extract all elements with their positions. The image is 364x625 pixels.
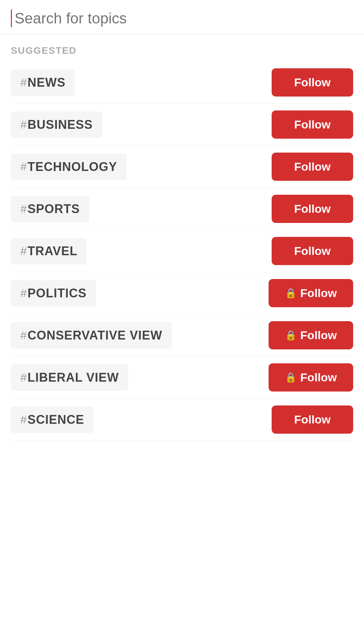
topic-tag-business: #BUSINESS <box>11 111 102 138</box>
topic-item-business: #BUSINESSFollow <box>11 104 353 146</box>
hash-symbol: # <box>20 371 27 384</box>
topic-name-liberal-view: LIBERAL VIEW <box>28 370 119 385</box>
follow-button-liberal-view[interactable]: 🔒Follow <box>269 363 353 392</box>
topic-tag-technology: #TECHNOLOGY <box>11 154 127 180</box>
topic-name-business: BUSINESS <box>28 118 93 132</box>
hash-symbol: # <box>20 287 27 300</box>
search-cursor <box>11 10 12 27</box>
topic-name-sports: SPORTS <box>28 202 80 216</box>
lock-icon: 🔒 <box>285 330 297 341</box>
hash-symbol: # <box>20 244 27 258</box>
topic-item-news: #NEWSFollow <box>11 62 353 104</box>
hash-symbol: # <box>20 76 27 89</box>
follow-button-news[interactable]: Follow <box>272 68 353 97</box>
follow-button-science[interactable]: Follow <box>272 405 353 434</box>
topic-tag-science: #SCIENCE <box>11 406 94 433</box>
topic-item-travel: #TRAVELFollow <box>11 230 353 272</box>
follow-button-technology[interactable]: Follow <box>272 153 353 181</box>
topic-name-science: SCIENCE <box>28 413 84 427</box>
topic-item-politics: #POLITICS🔒Follow <box>11 272 353 314</box>
follow-label: Follow <box>300 371 337 384</box>
topic-tag-conservative-view: #CONSERVATIVE VIEW <box>11 322 172 349</box>
topic-item-science: #SCIENCEFollow <box>11 399 353 441</box>
follow-label: Follow <box>294 76 331 89</box>
topic-name-travel: TRAVEL <box>28 244 77 258</box>
topic-tag-travel: #TRAVEL <box>11 238 87 264</box>
follow-button-sports[interactable]: Follow <box>272 195 353 223</box>
topic-name-conservative-view: CONSERVATIVE VIEW <box>28 328 162 343</box>
follow-label: Follow <box>294 160 331 173</box>
topic-tag-sports: #SPORTS <box>11 196 89 222</box>
topic-name-politics: POLITICS <box>28 286 87 300</box>
follow-button-conservative-view[interactable]: 🔒Follow <box>269 321 353 349</box>
follow-label: Follow <box>300 287 337 300</box>
hash-symbol: # <box>20 413 27 426</box>
hash-symbol: # <box>20 118 27 131</box>
topic-item-liberal-view: #LIBERAL VIEW🔒Follow <box>11 357 353 399</box>
topic-tag-politics: #POLITICS <box>11 280 96 307</box>
hash-symbol: # <box>20 329 27 342</box>
search-input[interactable] <box>15 10 353 27</box>
topic-name-news: NEWS <box>28 75 66 90</box>
topic-tag-liberal-view: #LIBERAL VIEW <box>11 364 128 391</box>
topic-name-technology: TECHNOLOGY <box>28 160 117 174</box>
topic-item-conservative-view: #CONSERVATIVE VIEW🔒Follow <box>11 314 353 357</box>
follow-button-politics[interactable]: 🔒Follow <box>269 279 353 307</box>
follow-button-travel[interactable]: Follow <box>272 237 353 265</box>
topic-item-technology: #TECHNOLOGYFollow <box>11 146 353 188</box>
follow-button-business[interactable]: Follow <box>272 110 353 139</box>
lock-icon: 🔒 <box>285 372 297 383</box>
topics-list: #NEWSFollow#BUSINESSFollow#TECHNOLOGYFol… <box>0 62 364 441</box>
search-bar[interactable] <box>0 0 364 34</box>
section-label: SUGGESTED <box>0 34 364 62</box>
follow-label: Follow <box>300 329 337 342</box>
hash-symbol: # <box>20 202 27 215</box>
follow-label: Follow <box>294 244 331 258</box>
hash-symbol: # <box>20 160 27 173</box>
follow-label: Follow <box>294 413 331 426</box>
lock-icon: 🔒 <box>285 288 297 299</box>
topic-item-sports: #SPORTSFollow <box>11 188 353 230</box>
follow-label: Follow <box>294 202 331 215</box>
topic-tag-news: #NEWS <box>11 69 75 96</box>
follow-label: Follow <box>294 118 331 131</box>
